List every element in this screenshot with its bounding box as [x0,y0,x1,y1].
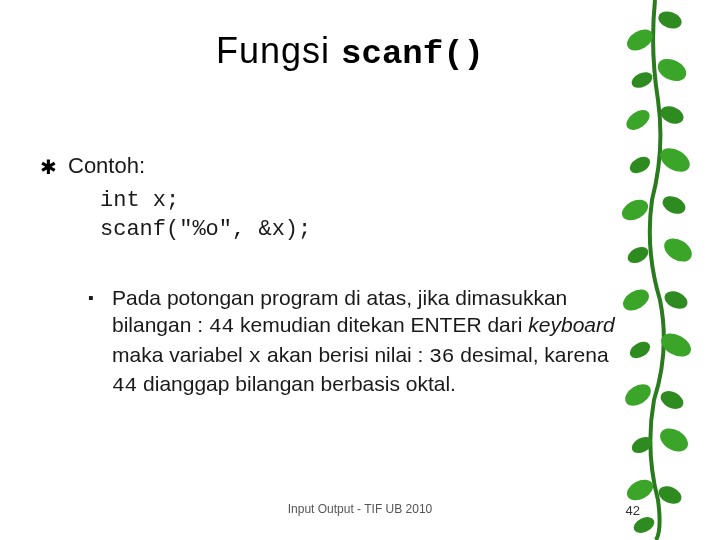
num: 44 [112,374,137,397]
var-x: x [249,345,262,368]
asterisk-icon: ✱ [40,153,68,181]
code-line-2: scanf("%o", &x); [100,216,660,245]
txt: maka variabel [112,343,249,366]
sub-bullet: ▪ Pada potongan program di atas, jika di… [88,284,660,399]
square-bullet-icon: ▪ [88,284,112,312]
footer-text: Input Output - TIF UB 2010 [0,502,720,516]
num: 36 [429,345,454,368]
num: 44 [209,315,234,338]
code-example: int x; scanf("%o", &x); [100,187,660,244]
title-mono: scanf() [341,35,484,73]
page-number: 42 [626,503,640,518]
txt: akan berisi nilai : [261,343,429,366]
slide-title: Fungsi scanf() [40,30,660,73]
txt: kemudian ditekan ENTER dari [234,313,528,336]
main-bullet: ✱ Contoh: [40,153,660,181]
txt: dianggap bilangan berbasis oktal. [137,372,456,395]
main-bullet-label: Contoh: [68,153,660,179]
title-prefix: Fungsi [216,30,341,71]
code-line-1: int x; [100,187,660,216]
keyword-keyboard: keyboard [528,313,614,336]
sub-bullet-text: Pada potongan program di atas, jika dima… [112,284,660,399]
txt: desimal, karena [454,343,608,366]
